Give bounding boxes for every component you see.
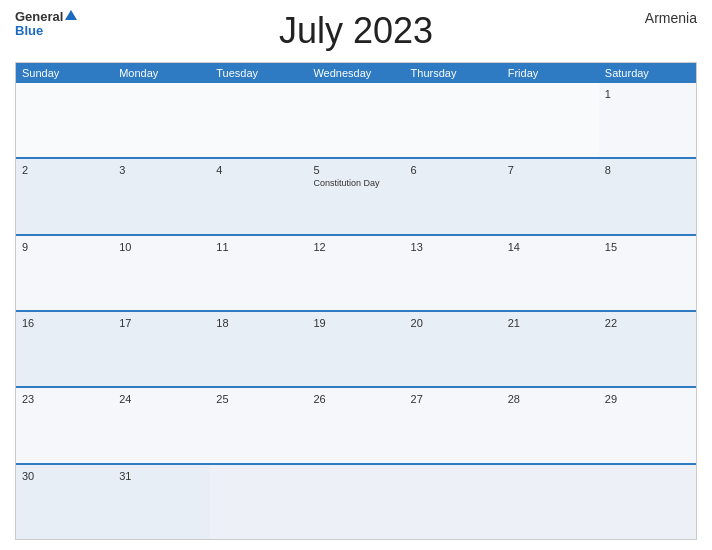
day-number: 23 (22, 393, 107, 405)
day-cell-empty (210, 83, 307, 157)
day-cell-20: 20 (405, 312, 502, 386)
day-cell-14: 14 (502, 236, 599, 310)
day-headers: SundayMondayTuesdayWednesdayThursdayFrid… (16, 63, 696, 83)
day-cell-19: 19 (307, 312, 404, 386)
day-cell-empty (210, 465, 307, 539)
day-cell-27: 27 (405, 388, 502, 462)
day-cell-9: 9 (16, 236, 113, 310)
day-cell-empty (502, 465, 599, 539)
day-cell-23: 23 (16, 388, 113, 462)
day-cell-18: 18 (210, 312, 307, 386)
country-label: Armenia (645, 10, 697, 26)
day-number: 27 (411, 393, 496, 405)
day-cell-10: 10 (113, 236, 210, 310)
day-cell-7: 7 (502, 159, 599, 233)
day-number: 6 (411, 164, 496, 176)
day-number: 28 (508, 393, 593, 405)
day-number: 15 (605, 241, 690, 253)
day-number: 24 (119, 393, 204, 405)
day-header-sunday: Sunday (16, 63, 113, 83)
day-header-monday: Monday (113, 63, 210, 83)
day-number: 14 (508, 241, 593, 253)
day-number: 20 (411, 317, 496, 329)
day-cell-empty (405, 83, 502, 157)
day-cell-15: 15 (599, 236, 696, 310)
week-row-5: 23242526272829 (16, 386, 696, 462)
day-number: 17 (119, 317, 204, 329)
day-cell-11: 11 (210, 236, 307, 310)
day-cell-28: 28 (502, 388, 599, 462)
day-number: 9 (22, 241, 107, 253)
day-number: 2 (22, 164, 107, 176)
day-header-tuesday: Tuesday (210, 63, 307, 83)
day-number: 13 (411, 241, 496, 253)
day-cell-24: 24 (113, 388, 210, 462)
logo-blue-text: Blue (15, 24, 43, 38)
day-number: 5 (313, 164, 398, 176)
day-number: 8 (605, 164, 690, 176)
day-number: 4 (216, 164, 301, 176)
weeks: 12345Constitution Day6789101112131415161… (16, 83, 696, 539)
week-row-2: 2345Constitution Day678 (16, 157, 696, 233)
day-number: 22 (605, 317, 690, 329)
day-number: 30 (22, 470, 107, 482)
logo: General Blue (15, 10, 77, 39)
day-number: 12 (313, 241, 398, 253)
day-number: 11 (216, 241, 301, 253)
day-cell-3: 3 (113, 159, 210, 233)
day-cell-17: 17 (113, 312, 210, 386)
day-cell-12: 12 (307, 236, 404, 310)
day-cell-22: 22 (599, 312, 696, 386)
day-number: 3 (119, 164, 204, 176)
day-cell-21: 21 (502, 312, 599, 386)
day-event: Constitution Day (313, 178, 398, 188)
day-cell-16: 16 (16, 312, 113, 386)
day-cell-25: 25 (210, 388, 307, 462)
page: General Blue July 2023 Armenia SundayMon… (0, 0, 712, 550)
logo-general-text: General (15, 10, 63, 24)
week-row-6: 3031 (16, 463, 696, 539)
day-header-wednesday: Wednesday (307, 63, 404, 83)
day-header-friday: Friday (502, 63, 599, 83)
day-cell-29: 29 (599, 388, 696, 462)
day-cell-empty (16, 83, 113, 157)
day-cell-6: 6 (405, 159, 502, 233)
day-cell-13: 13 (405, 236, 502, 310)
calendar: SundayMondayTuesdayWednesdayThursdayFrid… (15, 62, 697, 540)
day-cell-empty (502, 83, 599, 157)
day-number: 16 (22, 317, 107, 329)
day-number: 25 (216, 393, 301, 405)
day-cell-empty (307, 83, 404, 157)
logo-triangle-icon (65, 10, 77, 20)
day-cell-2: 2 (16, 159, 113, 233)
day-number: 29 (605, 393, 690, 405)
day-cell-31: 31 (113, 465, 210, 539)
day-number: 31 (119, 470, 204, 482)
day-cell-empty (599, 465, 696, 539)
day-cell-1: 1 (599, 83, 696, 157)
day-header-thursday: Thursday (405, 63, 502, 83)
day-cell-26: 26 (307, 388, 404, 462)
day-header-saturday: Saturday (599, 63, 696, 83)
day-number: 1 (605, 88, 690, 100)
week-row-1: 1 (16, 83, 696, 157)
week-row-3: 9101112131415 (16, 234, 696, 310)
day-cell-30: 30 (16, 465, 113, 539)
day-number: 21 (508, 317, 593, 329)
day-cell-empty (405, 465, 502, 539)
day-cell-5: 5Constitution Day (307, 159, 404, 233)
week-row-4: 16171819202122 (16, 310, 696, 386)
calendar-title: July 2023 (279, 10, 433, 52)
day-number: 7 (508, 164, 593, 176)
header: General Blue July 2023 Armenia (15, 10, 697, 56)
day-cell-empty (307, 465, 404, 539)
day-number: 26 (313, 393, 398, 405)
day-number: 19 (313, 317, 398, 329)
day-cell-4: 4 (210, 159, 307, 233)
day-cell-empty (113, 83, 210, 157)
day-cell-8: 8 (599, 159, 696, 233)
day-number: 18 (216, 317, 301, 329)
day-number: 10 (119, 241, 204, 253)
